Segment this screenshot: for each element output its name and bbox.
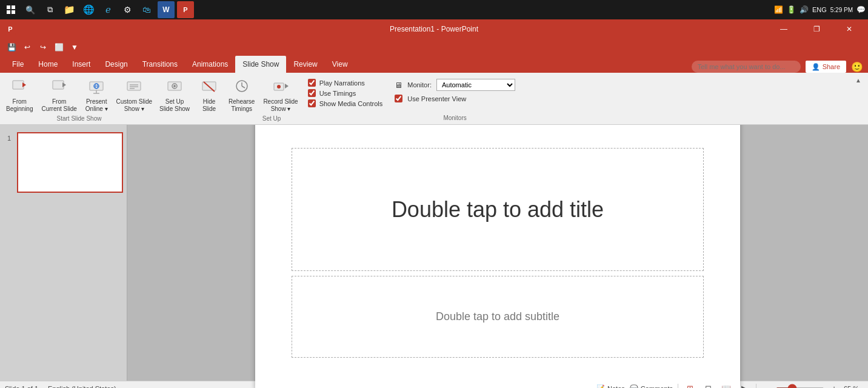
svg-marker-5 (22, 82, 26, 87)
svg-rect-6 (53, 81, 64, 89)
comments-button[interactable]: 💬 Comments (630, 384, 673, 388)
minimize-button[interactable]: — (770, 19, 798, 39)
set-up-show-button[interactable]: Set UpSlide Show (156, 75, 193, 115)
share-button[interactable]: 👤 Share (806, 61, 846, 73)
svg-marker-27 (285, 84, 289, 89)
monitor-select[interactable]: Automatic (436, 79, 515, 91)
svg-rect-4 (13, 81, 24, 89)
presenter-view-checkbox[interactable] (395, 95, 402, 102)
hide-slide-label: HideSlide (202, 98, 216, 113)
redo-button[interactable]: ↪ (36, 41, 50, 54)
word-icon[interactable]: W (158, 1, 175, 18)
undo-button[interactable]: ↩ (21, 41, 34, 54)
ribbon-tab-right: 👤 Share 🙂 (692, 61, 863, 73)
custom-show-label: Custom SlideShow ▾ (116, 98, 152, 113)
from-beginning-icon (10, 78, 29, 97)
play-narrations-checkbox[interactable]: Play Narrations (308, 79, 383, 87)
presenter-view-label: Use Presenter View (407, 95, 466, 102)
svg-rect-1 (12, 5, 15, 9)
presenter-view-row: Use Presenter View (395, 95, 515, 102)
normal-view-button[interactable]: ⊞ (683, 383, 696, 389)
slide-info: Slide 1 of 1 (5, 385, 38, 389)
from-beginning-button[interactable]: FromBeginning (2, 75, 36, 115)
group-start-slideshow: FromBeginning FromCurrent Slide (2, 75, 156, 122)
tab-file[interactable]: File (5, 56, 31, 73)
ribbon-collapse-button[interactable]: ▲ (853, 75, 863, 85)
divider-1 (678, 384, 678, 389)
record-icon (271, 78, 290, 97)
svg-point-20 (173, 85, 176, 87)
slide-number: 1 (7, 135, 11, 142)
restore-button[interactable]: ❐ (803, 19, 830, 39)
tab-view[interactable]: View (325, 56, 355, 73)
smiley-icon[interactable]: 🙂 (851, 61, 863, 73)
use-timings-checkbox[interactable]: Use Timings (308, 89, 383, 97)
slide-thumbnail-wrapper: 1 (17, 132, 122, 193)
slide-thumbnail[interactable] (17, 132, 123, 193)
notes-button[interactable]: 📝 Notes (596, 384, 625, 388)
from-current-button[interactable]: FromCurrent Slide (38, 75, 80, 115)
ie-icon[interactable]: ℯ (99, 1, 116, 18)
present-online-button[interactable]: PresentOnline ▾ (82, 75, 112, 115)
custom-show-icon (124, 78, 144, 97)
group-monitors: 🖥 Monitor: Automatic Use Presenter View … (387, 75, 522, 122)
from-current-icon (50, 78, 69, 97)
monitor-options: 🖥 Monitor: Automatic Use Presenter View (387, 75, 522, 106)
play-narrations-input[interactable] (308, 79, 316, 87)
rehearse-label: RehearseTimings (229, 98, 255, 113)
file-explorer-icon[interactable]: 📁 (61, 1, 78, 18)
save-qat-button[interactable]: 💾 (5, 41, 18, 54)
zoom-in-button[interactable]: + (829, 384, 839, 389)
close-button[interactable]: ✕ (835, 19, 863, 39)
slide-sorter-button[interactable]: ⊟ (701, 383, 715, 389)
share-icon: 👤 (812, 63, 820, 71)
battery-icon: 🔋 (787, 5, 796, 14)
hide-slide-button[interactable]: HideSlide (195, 75, 224, 115)
zoom-out-button[interactable]: − (761, 384, 771, 389)
tab-slideshow[interactable]: Slide Show (235, 56, 286, 73)
present-online-label: PresentOnline ▾ (85, 98, 108, 113)
powerpoint-icon[interactable]: P (177, 1, 194, 18)
present-online-icon (87, 78, 106, 97)
slide-subtitle-area[interactable]: Double tap to add subtitle (292, 276, 704, 358)
taskview-icon[interactable]: ⧉ (41, 1, 58, 18)
tell-me-input[interactable] (692, 61, 801, 73)
slide-title-area[interactable]: Double tap to add title (292, 148, 704, 271)
group-monitors-label: Monitors (387, 115, 522, 122)
tab-animations[interactable]: Animations (185, 56, 235, 73)
record-label: Record SlideShow ▾ (263, 98, 298, 113)
slideshow-view-button[interactable]: ▶ (738, 383, 751, 389)
rehearse-timings-button[interactable]: RehearseTimings (225, 75, 258, 115)
zoom-percent[interactable]: 65 % (844, 385, 863, 389)
edge-icon[interactable]: 🌐 (80, 1, 97, 18)
comments-icon: 💬 (630, 384, 638, 388)
hide-slide-icon (199, 78, 219, 97)
group-start-slideshow-content: FromBeginning FromCurrent Slide (2, 75, 156, 115)
network-icon: 📶 (774, 5, 783, 14)
store-icon[interactable]: 🛍 (138, 1, 155, 18)
customize-qat-button[interactable]: ▼ (68, 41, 81, 54)
tab-design[interactable]: Design (98, 56, 135, 73)
show-media-checkbox[interactable]: Show Media Controls (308, 99, 383, 107)
slide-title-placeholder: Double tap to add title (392, 197, 604, 222)
reading-view-button[interactable]: 📖 (719, 383, 733, 389)
tab-insert[interactable]: Insert (65, 56, 98, 73)
group-setup-label: Set Up (156, 115, 387, 123)
slide-subtitle-placeholder: Double tap to add subtitle (436, 310, 559, 323)
record-show-button[interactable]: Record SlideShow ▾ (259, 75, 301, 115)
slide-canvas[interactable]: Double tap to add title Double tap to ad… (255, 116, 740, 388)
tab-home[interactable]: Home (31, 56, 65, 73)
windows-icon[interactable] (2, 1, 19, 18)
presentation-mode-button[interactable]: ⬜ (52, 41, 65, 54)
show-media-input[interactable] (308, 99, 316, 107)
notification-icon: 💬 (856, 5, 866, 14)
custom-show-button[interactable]: Custom SlideShow ▾ (113, 75, 156, 115)
tab-transitions[interactable]: Transitions (135, 56, 185, 73)
settings-icon[interactable]: ⚙ (119, 1, 136, 18)
setup-checkboxes: Play Narrations Use Timings Show Media C… (303, 75, 388, 111)
search-icon[interactable]: 🔍 (22, 1, 39, 18)
tab-review[interactable]: Review (286, 56, 324, 73)
svg-rect-0 (7, 5, 10, 9)
use-timings-input[interactable] (308, 89, 316, 97)
group-start-label: Start Slide Show (2, 115, 156, 123)
